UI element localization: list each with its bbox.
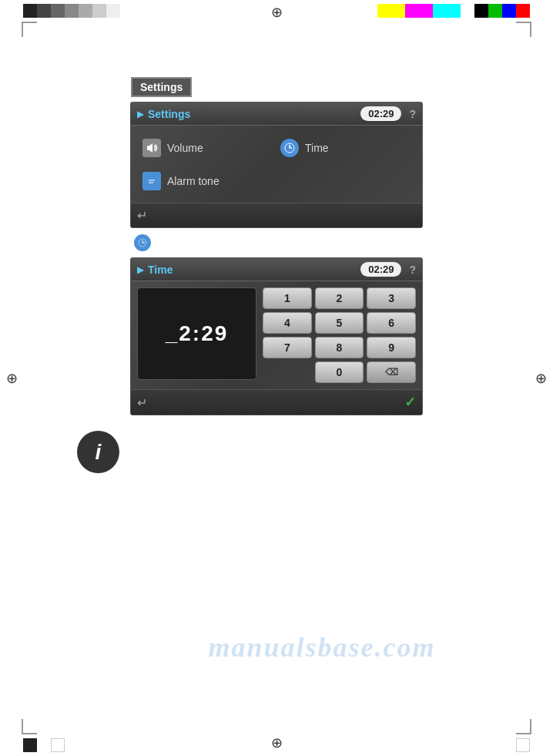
main-content: Settings ▶ Settings 02:29 ? Volume bbox=[31, 31, 522, 725]
settings-screen-body: Volume Time bbox=[131, 126, 422, 203]
time-icon bbox=[280, 139, 299, 157]
color-squares-left bbox=[23, 4, 120, 18]
color-bar-bottom-right bbox=[502, 738, 530, 752]
color-sq-2 bbox=[37, 4, 51, 18]
num-btn-3[interactable]: 3 bbox=[367, 287, 416, 309]
volume-label: Volume bbox=[167, 142, 203, 154]
num-btn-4[interactable]: 4 bbox=[263, 312, 312, 334]
settings-screen-header: ▶ Settings 02:29 ? bbox=[131, 102, 422, 126]
settings-header-arrow: ▶ bbox=[137, 109, 144, 119]
color-sq-r6 bbox=[447, 4, 461, 18]
color-sq-r7 bbox=[461, 4, 474, 18]
color-bar-bottom-left bbox=[23, 738, 65, 752]
color-bar-top: ⊕ bbox=[0, 0, 553, 22]
time-label: Time bbox=[305, 142, 329, 154]
settings-screen-footer: ↵ bbox=[131, 203, 422, 227]
color-sq-3 bbox=[51, 4, 65, 18]
settings-back-button[interactable]: ↵ bbox=[137, 208, 147, 223]
time-screen: ▶ Time 02:29 ? _2:29 1 2 3 4 5 6 7 8 9 0… bbox=[130, 257, 423, 415]
color-sq-r3 bbox=[405, 4, 419, 18]
info-icon: i bbox=[77, 431, 119, 473]
color-sq-r4 bbox=[419, 4, 433, 18]
num-btn-1[interactable]: 1 bbox=[263, 287, 312, 309]
time-display-box: _2:29 bbox=[137, 287, 256, 380]
color-sq-1 bbox=[23, 4, 37, 18]
info-icon-row: i bbox=[31, 431, 522, 473]
time-header-title: Time bbox=[148, 264, 360, 276]
settings-label: Settings bbox=[131, 77, 192, 97]
time-screen-header: ▶ Time 02:29 ? bbox=[131, 258, 422, 281]
volume-icon bbox=[142, 139, 161, 157]
alarm-icon bbox=[142, 172, 161, 190]
color-sq-r11 bbox=[516, 4, 530, 18]
num-btn-5[interactable]: 5 bbox=[315, 312, 364, 334]
bot-sq-1 bbox=[23, 738, 37, 752]
num-btn-2[interactable]: 2 bbox=[315, 287, 364, 309]
color-sq-r9 bbox=[488, 4, 502, 18]
time-screen-footer: ↵ ✓ bbox=[131, 389, 422, 415]
numpad: 1 2 3 4 5 6 7 8 9 0 ⌫ bbox=[263, 287, 416, 383]
color-sq-5 bbox=[79, 4, 92, 18]
menu-item-time[interactable]: Time bbox=[280, 135, 411, 160]
time-header-help[interactable]: ? bbox=[409, 264, 416, 276]
bot-sq-r1 bbox=[502, 738, 516, 752]
num-btn-8[interactable]: 8 bbox=[315, 337, 364, 358]
color-sq-r10 bbox=[502, 4, 516, 18]
small-time-icon bbox=[134, 234, 151, 251]
color-bar-bottom bbox=[0, 734, 553, 756]
num-btn-0[interactable]: 0 bbox=[315, 361, 364, 383]
num-btn-6[interactable]: 6 bbox=[367, 312, 416, 334]
color-sq-6 bbox=[92, 4, 106, 18]
crosshair-left: ⊕ bbox=[6, 370, 18, 387]
settings-header-time: 02:29 bbox=[360, 106, 401, 121]
color-sq-r5 bbox=[433, 4, 447, 18]
settings-header-help[interactable]: ? bbox=[409, 108, 416, 120]
color-sq-r1 bbox=[377, 4, 391, 18]
num-btn-del[interactable]: ⌫ bbox=[367, 361, 416, 383]
bot-sq-2 bbox=[37, 738, 51, 752]
num-btn-9[interactable]: 9 bbox=[367, 337, 416, 358]
color-sq-r2 bbox=[391, 4, 405, 18]
time-header-time: 02:29 bbox=[360, 262, 401, 277]
svg-rect-3 bbox=[146, 177, 157, 185]
time-confirm-button[interactable]: ✓ bbox=[404, 394, 416, 411]
time-back-button[interactable]: ↵ bbox=[137, 395, 147, 410]
settings-screen: ▶ Settings 02:29 ? Volume bbox=[130, 102, 423, 228]
color-sq-4 bbox=[65, 4, 79, 18]
settings-header-title: Settings bbox=[148, 108, 360, 120]
time-display-value: _2:29 bbox=[166, 321, 229, 346]
menu-item-alarm[interactable]: Alarm tone bbox=[142, 168, 273, 193]
small-icon-row bbox=[130, 234, 423, 251]
crosshair-right: ⊕ bbox=[535, 370, 547, 387]
color-sq-7 bbox=[106, 4, 120, 18]
crosshair-top: ⊕ bbox=[271, 4, 283, 21]
color-squares-right bbox=[377, 4, 530, 18]
bot-sq-3 bbox=[51, 738, 65, 752]
color-sq-r8 bbox=[474, 4, 488, 18]
num-btn-7[interactable]: 7 bbox=[263, 337, 312, 358]
bot-sq-r2 bbox=[516, 738, 530, 752]
time-header-arrow: ▶ bbox=[137, 264, 144, 275]
menu-item-volume[interactable]: Volume bbox=[142, 135, 273, 160]
alarm-tone-label: Alarm tone bbox=[167, 175, 220, 187]
time-screen-body: _2:29 1 2 3 4 5 6 7 8 9 0 ⌫ bbox=[131, 281, 422, 389]
